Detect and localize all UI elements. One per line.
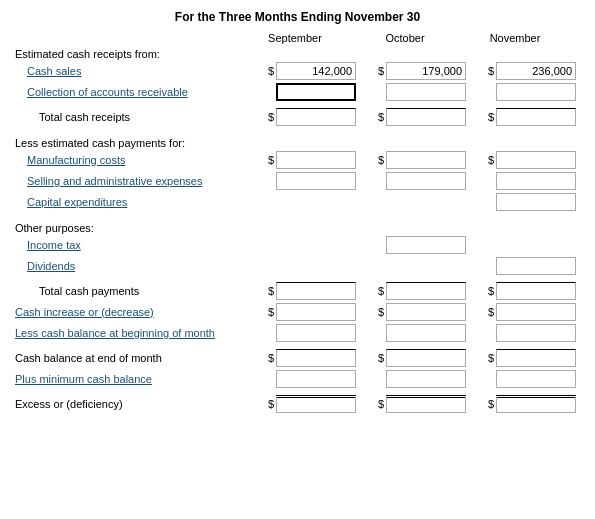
less-cash-row: Less cash balance at beginning of month [15, 324, 580, 342]
excess-nov-input[interactable] [496, 395, 576, 413]
dollar-ci-sep: $ [268, 306, 274, 318]
excess-oct-input[interactable] [386, 395, 466, 413]
dollar-tp-nov: $ [488, 285, 494, 297]
cash-increase-label-cell[interactable]: Cash increase or (decrease) [15, 306, 250, 318]
less-cash-sep-input[interactable] [276, 324, 356, 342]
dividends-nov-input[interactable] [496, 257, 576, 275]
excess-oct-cell: $ [360, 395, 470, 413]
capital-row: Capital expenditures [15, 193, 580, 211]
total-payments-sep-input[interactable] [276, 282, 356, 300]
less-cash-oct-input[interactable] [386, 324, 466, 342]
capital-nov-input[interactable] [496, 193, 576, 211]
col-header-october: October [350, 32, 460, 44]
cash-end-nov-input[interactable] [496, 349, 576, 367]
selling-label-cell[interactable]: Selling and administrative expenses [15, 175, 250, 187]
total-receipts-oct-input[interactable] [386, 108, 466, 126]
income-tax-oct-input[interactable] [386, 236, 466, 254]
total-payments-oct-cell: $ [360, 282, 470, 300]
dollar-ex-oct: $ [378, 398, 384, 410]
plus-min-nov-cell [470, 370, 580, 388]
total-payments-nov-cell: $ [470, 282, 580, 300]
mfg-nov-input[interactable] [496, 151, 576, 169]
plus-min-sep-input[interactable] [276, 370, 356, 388]
mfg-label-cell[interactable]: Manufacturing costs [15, 154, 250, 166]
selling-nov-input[interactable] [496, 172, 576, 190]
collection-oct-cell [360, 83, 470, 101]
collection-nov-input[interactable] [496, 83, 576, 101]
plus-min-link[interactable]: Plus minimum cash balance [15, 373, 152, 385]
dollar-ex-nov: $ [488, 398, 494, 410]
selling-link[interactable]: Selling and administrative expenses [27, 175, 203, 187]
mfg-sep-cell: $ [250, 151, 360, 169]
cash-end-oct-input[interactable] [386, 349, 466, 367]
plus-min-label-cell[interactable]: Plus minimum cash balance [15, 373, 250, 385]
cash-sales-link[interactable]: Cash sales [27, 65, 81, 77]
income-tax-link[interactable]: Income tax [27, 239, 81, 251]
mfg-link[interactable]: Manufacturing costs [27, 154, 125, 166]
selling-sep-cell [250, 172, 360, 190]
capital-link[interactable]: Capital expenditures [27, 196, 127, 208]
excess-sep-cell: $ [250, 395, 360, 413]
selling-oct-input[interactable] [386, 172, 466, 190]
dollar-ce-sep: $ [268, 352, 274, 364]
dividends-label-cell[interactable]: Dividends [15, 260, 250, 272]
receipts-header: Estimated cash receipts from: [15, 48, 580, 60]
less-cash-label-cell[interactable]: Less cash balance at beginning of month [15, 327, 250, 339]
excess-sep-input[interactable] [276, 395, 356, 413]
dollar-tp-sep: $ [268, 285, 274, 297]
income-tax-label-cell[interactable]: Income tax [15, 239, 250, 251]
cash-increase-oct-input[interactable] [386, 303, 466, 321]
col-header-september: September [240, 32, 350, 44]
collection-row: Collection of accounts receivable [15, 83, 580, 101]
cash-sales-nov-cell: $ [470, 62, 580, 80]
excess-nov-cell: $ [470, 395, 580, 413]
collection-sep-input[interactable] [276, 83, 356, 101]
total-payments-nov-input[interactable] [496, 282, 576, 300]
mfg-nov-cell: $ [470, 151, 580, 169]
dollar-tr-sep: $ [268, 111, 274, 123]
dollar-tr-oct: $ [378, 111, 384, 123]
dividends-link[interactable]: Dividends [27, 260, 75, 272]
plus-min-nov-input[interactable] [496, 370, 576, 388]
collection-nov-cell [470, 83, 580, 101]
total-payments-oct-input[interactable] [386, 282, 466, 300]
cash-end-nov-cell: $ [470, 349, 580, 367]
cash-sales-sep-input[interactable] [276, 62, 356, 80]
excess-row: Excess or (deficiency) $ $ $ [15, 395, 580, 413]
cash-increase-sep-input[interactable] [276, 303, 356, 321]
cash-end-label: Cash balance at end of month [15, 352, 250, 364]
total-receipts-oct-cell: $ [360, 108, 470, 126]
column-headers: September October November [15, 32, 580, 44]
mfg-oct-input[interactable] [386, 151, 466, 169]
total-receipts-nov-input[interactable] [496, 108, 576, 126]
cash-sales-nov-input[interactable] [496, 62, 576, 80]
cash-end-sep-input[interactable] [276, 349, 356, 367]
payments-header: Less estimated cash payments for: [15, 137, 580, 149]
selling-nov-cell [470, 172, 580, 190]
total-receipts-label: Total cash receipts [15, 111, 250, 123]
less-cash-nov-input[interactable] [496, 324, 576, 342]
capital-label-cell[interactable]: Capital expenditures [15, 196, 250, 208]
other-header: Other purposes: [15, 222, 580, 234]
selling-sep-input[interactable] [276, 172, 356, 190]
plus-min-oct-input[interactable] [386, 370, 466, 388]
collection-link[interactable]: Collection of accounts receivable [27, 86, 188, 98]
dollar-oct: $ [378, 65, 384, 77]
collection-oct-input[interactable] [386, 83, 466, 101]
capital-sep-cell [250, 193, 360, 211]
cash-sales-sep-cell: $ [250, 62, 360, 80]
total-receipts-sep-input[interactable] [276, 108, 356, 126]
income-tax-oct-cell [360, 236, 470, 254]
total-payments-label: Total cash payments [15, 285, 250, 297]
mfg-sep-input[interactable] [276, 151, 356, 169]
cash-sales-oct-input[interactable] [386, 62, 466, 80]
collection-label-cell[interactable]: Collection of accounts receivable [15, 86, 250, 98]
dollar-tp-oct: $ [378, 285, 384, 297]
cash-increase-nov-input[interactable] [496, 303, 576, 321]
plus-min-oct-cell [360, 370, 470, 388]
mfg-row: Manufacturing costs $ $ $ [15, 151, 580, 169]
cash-increase-link[interactable]: Cash increase or (decrease) [15, 306, 154, 318]
less-cash-link[interactable]: Less cash balance at beginning of month [15, 327, 215, 339]
cash-sales-oct-cell: $ [360, 62, 470, 80]
cash-sales-label[interactable]: Cash sales [15, 65, 250, 77]
